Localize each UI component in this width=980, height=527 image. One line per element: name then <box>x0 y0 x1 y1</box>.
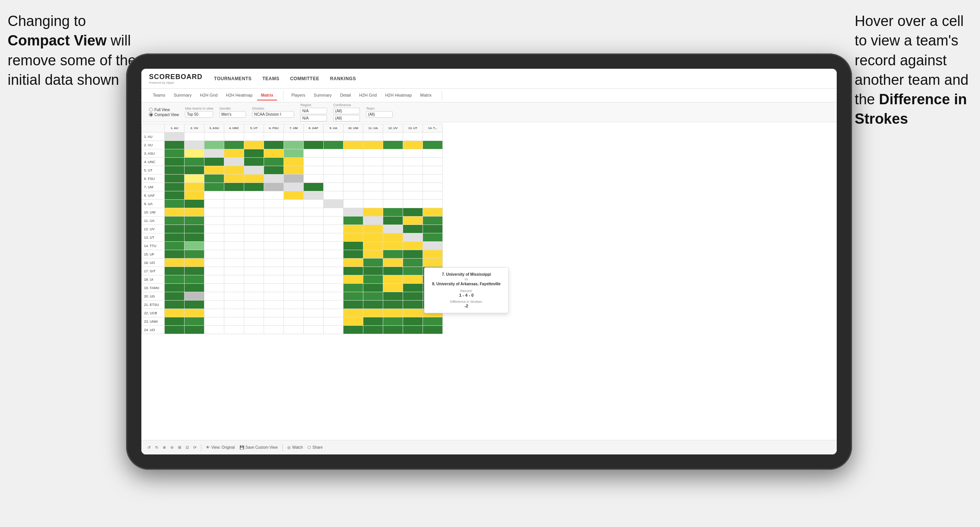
cell-r20-c8[interactable] <box>324 301 343 309</box>
cell-r2-c8[interactable] <box>324 149 343 158</box>
cell-r18-c3[interactable] <box>224 284 244 292</box>
cell-r22-c8[interactable] <box>324 317 343 326</box>
cell-r1-c7[interactable] <box>304 141 324 149</box>
cell-r0-c2[interactable] <box>204 133 224 141</box>
cell-r12-c13[interactable] <box>423 233 443 242</box>
cell-r16-c4[interactable] <box>244 267 264 275</box>
tab-summary1[interactable]: Summary <box>170 91 195 100</box>
cell-r7-c1[interactable] <box>185 191 204 200</box>
cell-r14-c5[interactable] <box>264 250 284 259</box>
cell-r1-c10[interactable] <box>363 141 383 149</box>
cell-r12-c3[interactable] <box>224 233 244 242</box>
nav-rankings[interactable]: RANKINGS <box>330 74 356 83</box>
cell-r17-c9[interactable] <box>343 275 363 284</box>
cell-r8-c7[interactable] <box>304 200 324 208</box>
cell-r23-c6[interactable] <box>284 326 304 334</box>
cell-r5-c8[interactable] <box>324 175 343 183</box>
cell-r13-c0[interactable] <box>165 242 185 250</box>
cell-r6-c11[interactable] <box>383 183 403 191</box>
cell-r15-c1[interactable] <box>185 259 204 267</box>
cell-r10-c12[interactable] <box>403 217 423 225</box>
cell-r12-c0[interactable] <box>165 233 185 242</box>
cell-r15-c6[interactable] <box>284 259 304 267</box>
cell-r14-c4[interactable] <box>244 250 264 259</box>
cell-r9-c12[interactable] <box>403 208 423 217</box>
cell-r16-c7[interactable] <box>304 267 324 275</box>
cell-r22-c3[interactable] <box>224 317 244 326</box>
cell-r7-c6[interactable] <box>284 191 304 200</box>
cell-r4-c9[interactable] <box>343 166 363 175</box>
cell-r16-c1[interactable] <box>185 267 204 275</box>
cell-r3-c11[interactable] <box>383 158 403 166</box>
cell-r23-c9[interactable] <box>343 326 363 334</box>
cell-r23-c7[interactable] <box>304 326 324 334</box>
cell-r10-c3[interactable] <box>224 217 244 225</box>
undo-btn[interactable]: ↺ <box>147 445 151 449</box>
cell-r3-c0[interactable] <box>165 158 185 166</box>
cell-r16-c5[interactable] <box>264 267 284 275</box>
cell-r19-c5[interactable] <box>264 292 284 301</box>
redo-btn[interactable]: ↻ <box>155 445 158 449</box>
save-custom-btn[interactable]: 💾 Save Custom View <box>240 445 278 449</box>
cell-r16-c10[interactable] <box>363 267 383 275</box>
tab-players[interactable]: Players <box>287 91 309 100</box>
cell-r1-c0[interactable] <box>165 141 185 149</box>
radio-full-view[interactable]: Full View <box>149 108 179 112</box>
cell-r19-c12[interactable] <box>403 292 423 301</box>
cell-r15-c12[interactable] <box>403 259 423 267</box>
cell-r14-c12[interactable] <box>403 250 423 259</box>
nav-tournaments[interactable]: TOURNAMENTS <box>214 74 252 83</box>
cell-r8-c1[interactable] <box>185 200 204 208</box>
cell-r23-c13[interactable] <box>423 326 443 334</box>
cell-r8-c13[interactable] <box>423 200 443 208</box>
cell-r0-c0[interactable] <box>165 133 185 141</box>
nav-committee[interactable]: COMMITTEE <box>290 74 319 83</box>
cell-r13-c11[interactable] <box>383 242 403 250</box>
cell-r11-c6[interactable] <box>284 225 304 233</box>
cell-r19-c6[interactable] <box>284 292 304 301</box>
cell-r18-c10[interactable] <box>363 284 383 292</box>
cell-r19-c1[interactable] <box>185 292 204 301</box>
cell-r22-c12[interactable] <box>403 317 423 326</box>
cell-r15-c3[interactable] <box>224 259 244 267</box>
cell-r12-c2[interactable] <box>204 233 224 242</box>
cell-r2-c4[interactable] <box>244 149 264 158</box>
radio-circle-full[interactable] <box>149 108 153 112</box>
cell-r11-c12[interactable] <box>403 225 423 233</box>
cell-r17-c0[interactable] <box>165 275 185 284</box>
cell-r16-c0[interactable] <box>165 267 185 275</box>
cell-r9-c1[interactable] <box>185 208 204 217</box>
cell-r17-c3[interactable] <box>224 275 244 284</box>
cell-r23-c1[interactable] <box>185 326 204 334</box>
cell-r21-c6[interactable] <box>284 309 304 317</box>
cell-r5-c13[interactable] <box>423 175 443 183</box>
cell-r12-c10[interactable] <box>363 233 383 242</box>
cell-r9-c11[interactable] <box>383 208 403 217</box>
cell-r10-c0[interactable] <box>165 217 185 225</box>
cell-r23-c2[interactable] <box>204 326 224 334</box>
cell-r13-c1[interactable] <box>185 242 204 250</box>
cell-r2-c13[interactable] <box>423 149 443 158</box>
cell-r11-c7[interactable] <box>304 225 324 233</box>
cell-r20-c6[interactable] <box>284 301 304 309</box>
cell-r4-c0[interactable] <box>165 166 185 175</box>
cell-r11-c0[interactable] <box>165 225 185 233</box>
cell-r14-c1[interactable] <box>185 250 204 259</box>
cell-r6-c12[interactable] <box>403 183 423 191</box>
division-select[interactable]: NCAA Division I <box>252 111 294 118</box>
cell-r0-c6[interactable] <box>284 133 304 141</box>
cell-r1-c3[interactable] <box>224 141 244 149</box>
cell-r4-c4[interactable] <box>244 166 264 175</box>
cell-r3-c3[interactable] <box>224 158 244 166</box>
cell-r16-c2[interactable] <box>204 267 224 275</box>
cell-r14-c7[interactable] <box>304 250 324 259</box>
cell-r0-c4[interactable] <box>244 133 264 141</box>
cell-r10-c13[interactable] <box>423 217 443 225</box>
cell-r7-c8[interactable] <box>324 191 343 200</box>
toolbar-btn2[interactable]: ⊖ <box>170 445 173 449</box>
cell-r2-c5[interactable] <box>264 149 284 158</box>
cell-r10-c10[interactable] <box>363 217 383 225</box>
cell-r21-c8[interactable] <box>324 309 343 317</box>
cell-r18-c6[interactable] <box>284 284 304 292</box>
cell-r19-c3[interactable] <box>224 292 244 301</box>
